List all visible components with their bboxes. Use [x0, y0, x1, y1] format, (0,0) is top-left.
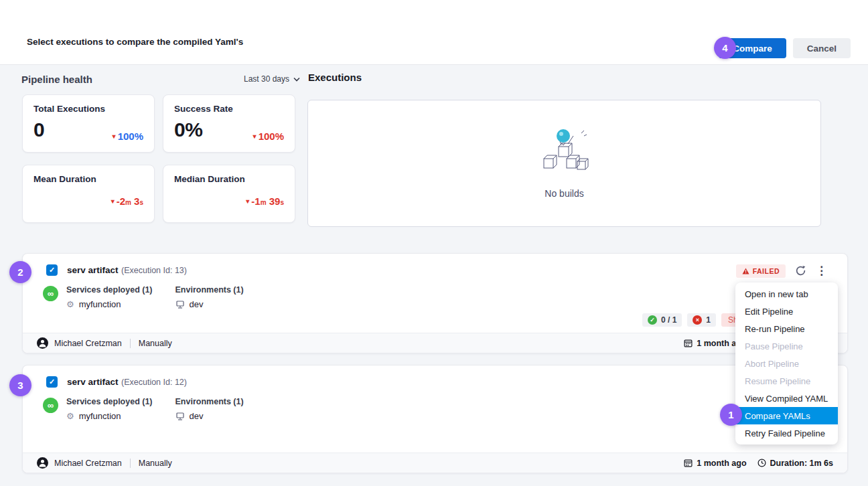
cd-module-icon: ∞ [43, 398, 58, 413]
failed-count-pill: ×1 [687, 313, 716, 327]
executions-empty-panel: No builds [307, 100, 821, 227]
stat-title: Median Duration [174, 174, 284, 184]
service-item: ⚙myfunction [66, 299, 153, 309]
annotation-step-4: 4 [714, 37, 736, 59]
stat-title: Success Rate [174, 104, 284, 114]
avatar [37, 457, 48, 469]
execution-id: (Execution Id: 13) [121, 266, 187, 275]
menu-item-rerun-pipeline[interactable]: Re-run Pipeline [735, 320, 838, 337]
pipeline-health-title: Pipeline health [21, 74, 92, 85]
date-range-select[interactable]: Last 30 days [244, 74, 300, 84]
cd-module-icon: ∞ [43, 286, 58, 301]
warning-icon [742, 268, 749, 274]
no-builds-label: No builds [545, 188, 583, 199]
execution-footer: Michael Cretzman Manually 1 month ago Du… [23, 333, 847, 353]
menu-item-view-compiled-yaml[interactable]: View Compiled YAML [735, 390, 838, 407]
status-badge-failed: FAILED [736, 264, 786, 278]
cancel-button[interactable]: Cancel [793, 38, 851, 58]
user-name: Michael Cretzman [54, 459, 122, 468]
row-checkbox[interactable]: ✓ [46, 264, 58, 276]
services-deployed-label: Services deployed (1) [66, 285, 153, 295]
triangle-down-icon: ▾ [113, 133, 116, 140]
more-options-button[interactable]: ⋮ [816, 264, 827, 278]
menu-item-compare-yamls[interactable]: Compare YAMLs [735, 407, 838, 424]
environment-item: dev [175, 411, 244, 421]
retry-icon [794, 264, 807, 277]
clock-icon [757, 459, 766, 467]
calendar-icon [684, 339, 693, 347]
stat-title: Total Executions [33, 104, 143, 114]
pipeline-health-grid: Total Executions 0 ▾100% Success Rate 0%… [22, 94, 295, 223]
divider [130, 339, 131, 348]
row-checkbox[interactable]: ✓ [46, 376, 58, 388]
page-header: Select executions to compare the compile… [0, 0, 868, 65]
time-ago: 1 month ago [684, 459, 746, 468]
triangle-down-icon: ▾ [111, 197, 115, 205]
environments-label: Environments (1) [175, 285, 244, 295]
stat-delta: ▾-2m 3s [111, 195, 143, 207]
stat-delta: ▾100% [113, 131, 143, 142]
trigger-type: Manually [139, 339, 172, 348]
date-range-label: Last 30 days [244, 74, 289, 84]
services-column: Services deployed (1) ⚙myfunction [66, 285, 153, 309]
stat-delta: ▾-1m 39s [246, 195, 284, 207]
execution-card-13: ✓ serv artifact (Execution Id: 13) ∞ Ser… [22, 253, 848, 353]
gear-icon: ⚙ [66, 299, 74, 309]
execution-context-menu: Open in new tab Edit Pipeline Re-run Pip… [735, 282, 838, 444]
compare-executions-screen: Select executions to compare the compile… [0, 0, 868, 486]
environments-column: Environments (1) dev [175, 285, 244, 309]
calendar-icon [684, 459, 693, 467]
success-check-icon: ✓ [648, 315, 657, 325]
environment-item: dev [175, 299, 244, 309]
monitor-icon [175, 300, 185, 309]
stat-delta: ▾100% [253, 131, 284, 142]
rerun-button[interactable] [794, 264, 807, 277]
services-column: Services deployed (1) ⚙myfunction [66, 397, 153, 421]
annotation-step-3: 3 [9, 374, 31, 396]
triangle-down-icon: ▾ [253, 133, 257, 140]
menu-item-edit-pipeline[interactable]: Edit Pipeline [735, 303, 838, 320]
execution-name: serv artifact [67, 265, 119, 275]
executions-title: Executions [308, 72, 362, 83]
menu-item-resume-pipeline[interactable]: Resume Pipeline [735, 372, 838, 390]
service-item: ⚙myfunction [66, 411, 153, 421]
duration: Duration: 1m 6s [757, 459, 833, 468]
environments-column: Environments (1) dev [175, 397, 244, 421]
annotation-step-1: 1 [720, 404, 742, 426]
user-name: Michael Cretzman [54, 339, 122, 348]
menu-item-open-in-new-tab[interactable]: Open in new tab [735, 285, 838, 303]
stat-card-success-rate: Success Rate 0% ▾100% [163, 94, 295, 153]
fail-cross-icon: × [693, 315, 702, 325]
divider [130, 459, 131, 468]
no-builds-illustration [528, 128, 601, 181]
monitor-icon [175, 412, 185, 421]
execution-id: (Execution Id: 12) [121, 378, 187, 387]
page-title: Select executions to compare the compile… [27, 37, 243, 47]
trigger-type: Manually [139, 459, 172, 468]
stat-card-mean-duration: Mean Duration ▾-2m 3s [22, 165, 155, 223]
services-deployed-label: Services deployed (1) [66, 397, 153, 406]
execution-footer: Michael Cretzman Manually 1 month ago Du… [23, 453, 847, 473]
menu-item-pause-pipeline[interactable]: Pause Pipeline [735, 337, 838, 355]
execution-name: serv artifact [67, 377, 119, 387]
success-count-pill: ✓0 / 1 [642, 313, 682, 327]
stat-card-median-duration: Median Duration ▾-1m 39s [163, 165, 295, 223]
triangle-down-icon: ▾ [246, 197, 249, 205]
header-actions: Compare Cancel [719, 38, 851, 58]
execution-title: serv artifact (Execution Id: 13) [67, 264, 187, 276]
menu-item-abort-pipeline[interactable]: Abort Pipeline [735, 355, 838, 372]
chevron-down-icon [293, 77, 300, 82]
stat-title: Mean Duration [33, 174, 143, 184]
menu-item-retry-failed-pipeline[interactable]: Retry Failed Pipeline [735, 424, 838, 442]
execution-title: serv artifact (Execution Id: 12) [67, 376, 187, 388]
check-icon: ✓ [49, 378, 55, 386]
check-icon: ✓ [49, 266, 55, 274]
environments-label: Environments (1) [175, 397, 244, 406]
pipeline-health-header: Pipeline health Last 30 days [21, 71, 300, 87]
gear-icon: ⚙ [66, 411, 74, 421]
annotation-step-2: 2 [9, 261, 31, 283]
avatar [37, 337, 48, 349]
stat-card-total-executions: Total Executions 0 ▾100% [22, 94, 155, 153]
kebab-icon: ⋮ [816, 264, 827, 278]
